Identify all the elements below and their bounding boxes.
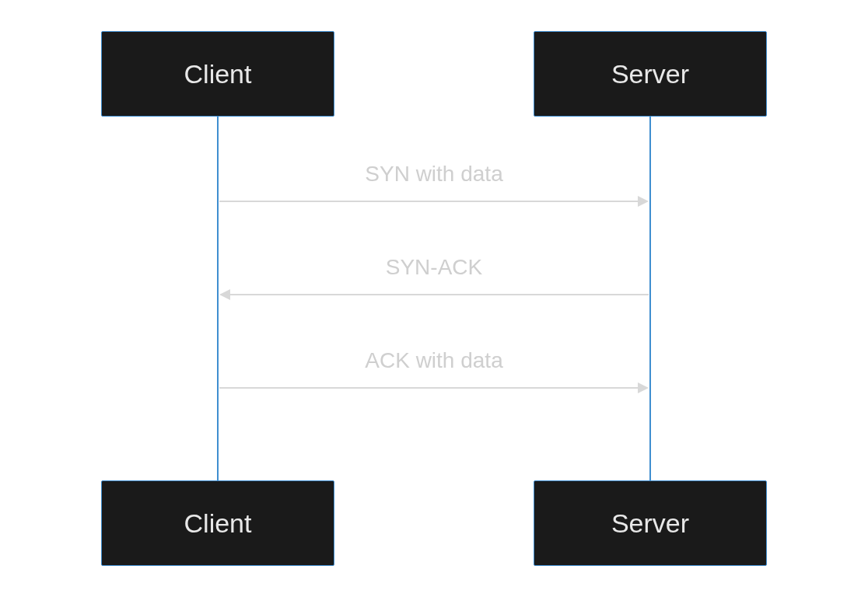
participant-label: Client <box>184 508 252 539</box>
message-arrow <box>219 387 639 389</box>
message-label: SYN with data <box>216 162 652 187</box>
message-label: SYN-ACK <box>216 255 652 280</box>
message-label: ACK with data <box>216 348 652 373</box>
arrow-head-icon <box>638 196 649 207</box>
participant-client-top: Client <box>101 31 334 117</box>
participant-label: Server <box>611 508 689 539</box>
arrow-head-icon <box>638 382 649 393</box>
sequence-diagram: Client Server SYN with data SYN-ACK ACK … <box>0 0 868 597</box>
participant-label: Server <box>611 59 689 89</box>
message-arrow <box>219 201 639 202</box>
participant-label: Client <box>184 59 252 89</box>
message-arrow <box>230 294 649 295</box>
participant-server-top: Server <box>534 31 767 117</box>
arrow-head-icon <box>219 289 230 300</box>
participant-server-bottom: Server <box>534 480 767 566</box>
participant-client-bottom: Client <box>101 480 334 566</box>
